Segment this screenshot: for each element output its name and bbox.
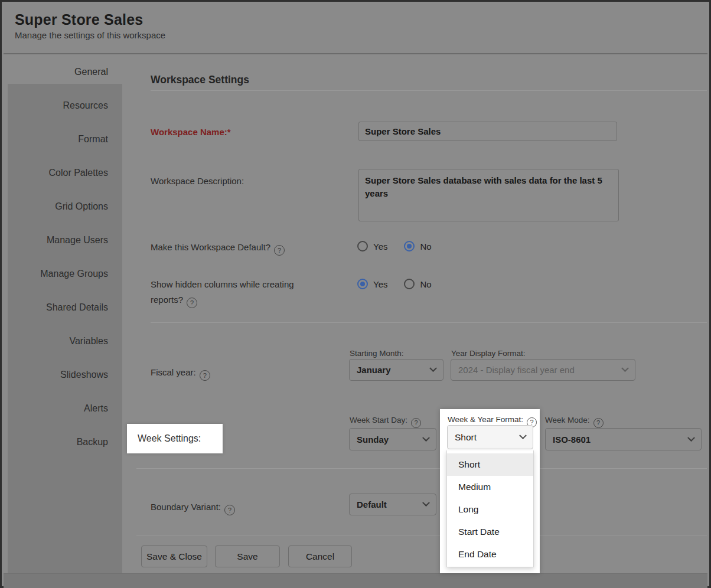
week-year-format-spotlight: Week & Year Format:? Short Short Medium … (440, 409, 540, 573)
radio-label: Yes (373, 241, 387, 251)
year-display-format-label: Year Display Format: (451, 349, 526, 358)
workspace-name-label: Workspace Name:* (151, 127, 231, 137)
sidebar-item-resources[interactable]: Resources (4, 89, 122, 122)
sidebar-item-slideshows[interactable]: Slideshows (4, 358, 122, 391)
screen-frame: Super Store Sales Manage the settings of… (0, 0, 711, 588)
chevron-down-icon (621, 364, 629, 372)
footer-divider (136, 535, 707, 535)
section-divider (136, 468, 707, 469)
workspace-description-label: Workspace Description: (151, 176, 244, 186)
year-display-format-value: 2024 - Display fiscal year end (458, 365, 618, 375)
section-divider (151, 322, 707, 323)
save-close-button[interactable]: Save & Close (141, 545, 207, 567)
week-settings-spotlight: Week Settings: (127, 424, 223, 453)
week-start-day-select[interactable]: Sunday (349, 428, 436, 450)
sidebar-item-grid-options[interactable]: Grid Options (4, 190, 122, 223)
cancel-button[interactable]: Cancel (288, 545, 352, 567)
sidebar-item-label: Manage Users (47, 235, 108, 246)
sidebar-item-label: Variables (69, 336, 108, 347)
default-workspace-radio-no[interactable]: No (404, 241, 431, 251)
sidebar-item-label: Manage Groups (40, 269, 108, 279)
week-start-day-label: Week Start Day:? (350, 416, 421, 428)
starting-month-value: January (357, 365, 426, 375)
question-mark-icon[interactable]: ? (200, 370, 210, 381)
week-start-day-value: Sunday (357, 435, 419, 445)
chevron-down-icon (422, 434, 430, 442)
week-mode-value: ISO-8601 (553, 435, 684, 445)
question-mark-icon[interactable]: ? (274, 245, 285, 256)
week-mode-label-text: Week Mode: (545, 416, 590, 424)
hidden-columns-label-line1: Show hidden columns while creating (151, 279, 294, 289)
hidden-columns-radio-yes[interactable]: Yes (357, 279, 387, 289)
week-start-day-label-text: Week Start Day: (350, 416, 407, 424)
sidebar-item-label: Alerts (84, 403, 108, 414)
fiscal-year-label: Fiscal year:? (151, 367, 210, 381)
fiscal-year-label-text: Fiscal year: (151, 367, 196, 377)
chevron-down-icon (687, 434, 695, 442)
option-short[interactable]: Short (447, 453, 533, 476)
sidebar-item-label: Backup (77, 437, 108, 447)
radio-selected-icon[interactable] (357, 279, 368, 289)
year-display-format-select: 2024 - Display fiscal year end (451, 359, 635, 381)
page-subtitle: Manage the settings of this workspace (15, 30, 707, 40)
save-button[interactable]: Save (215, 545, 280, 567)
week-settings-label: Week Settings: (138, 433, 201, 444)
starting-month-select[interactable]: January (349, 359, 443, 381)
radio-icon[interactable] (357, 241, 368, 251)
sidebar-item-general[interactable]: General (4, 55, 122, 89)
radio-label: No (420, 279, 431, 289)
default-workspace-label-text: Make this Workspace Default? (151, 242, 270, 252)
default-workspace-radio-yes[interactable]: Yes (357, 241, 387, 251)
sidebar-item-variables[interactable]: Variables (4, 324, 122, 358)
workspace-description-textarea[interactable]: Super Store Sales database with sales da… (358, 169, 619, 221)
sidebar-item-manage-users[interactable]: Manage Users (4, 223, 122, 257)
sidebar-item-shared-details[interactable]: Shared Details (4, 290, 122, 324)
option-start-date[interactable]: Start Date (447, 521, 533, 543)
hidden-columns-radio-no[interactable]: No (404, 279, 431, 289)
sidebar-item-backup[interactable]: Backup (4, 425, 122, 459)
chevron-down-icon (519, 432, 527, 439)
workspace-header: Super Store Sales Manage the settings of… (4, 4, 707, 54)
dialog-bottom-strip (4, 573, 707, 588)
hidden-columns-label-line2: reports? (151, 295, 183, 305)
workspace-name-input[interactable] (358, 122, 617, 141)
radio-label: Yes (373, 279, 387, 289)
default-workspace-radio-group: Yes No (357, 241, 440, 251)
sidebar-item-alerts[interactable]: Alerts (4, 391, 122, 425)
radio-label: No (420, 241, 431, 251)
radio-icon[interactable] (404, 279, 415, 289)
boundary-variant-label-text: Boundary Variant: (151, 502, 221, 512)
chevron-down-icon (422, 499, 430, 507)
sidebar-item-label: Format (78, 134, 108, 145)
section-heading: Workspace Settings (151, 74, 249, 86)
question-mark-icon[interactable]: ? (224, 505, 235, 515)
boundary-variant-label: Boundary Variant:? (151, 502, 235, 515)
heading-divider (151, 90, 707, 91)
boundary-variant-value: Default (357, 499, 419, 509)
option-medium[interactable]: Medium (447, 476, 533, 498)
sidebar-item-color-palettes[interactable]: Color Palettes (4, 156, 122, 190)
sidebar-item-label: Grid Options (55, 201, 108, 212)
sidebar-item-format[interactable]: Format (4, 122, 122, 156)
week-year-format-select[interactable]: Short (447, 425, 533, 449)
radio-selected-icon[interactable] (404, 241, 415, 251)
sidebar-item-label: Shared Details (46, 302, 108, 313)
week-year-format-label-text: Week & Year Format: (448, 415, 523, 424)
starting-month-label: Starting Month: (350, 349, 404, 358)
week-mode-label: Week Mode:? (545, 416, 604, 428)
sidebar-item-label: Resources (63, 100, 108, 111)
sidebar-item-label: Color Palettes (49, 168, 109, 178)
chevron-down-icon (429, 364, 437, 372)
default-workspace-label: Make this Workspace Default?? (151, 242, 285, 256)
option-end-date[interactable]: End Date (447, 543, 533, 566)
question-mark-icon[interactable]: ? (411, 418, 421, 428)
sidebar-item-label: Slideshows (60, 370, 108, 380)
sidebar-item-manage-groups[interactable]: Manage Groups (4, 257, 122, 290)
sidebar-item-label: General (74, 67, 108, 77)
option-long[interactable]: Long (447, 498, 533, 521)
question-mark-icon[interactable]: ? (187, 298, 197, 308)
question-mark-icon[interactable]: ? (593, 418, 604, 428)
week-mode-select[interactable]: ISO-8601 (545, 428, 702, 450)
hidden-columns-label: Show hidden columns while creating repor… (151, 277, 294, 308)
boundary-variant-select[interactable]: Default (349, 494, 436, 515)
